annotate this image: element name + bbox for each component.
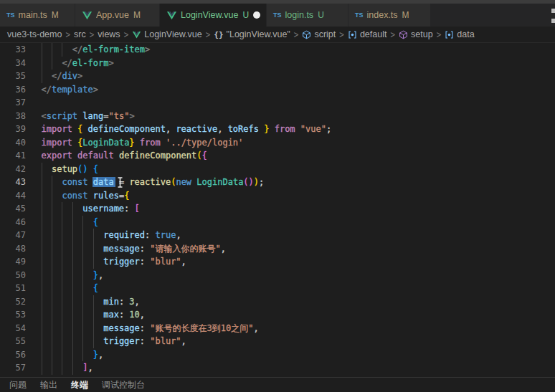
code-line-41[interactable]: 41export default defineComponent({ (0, 149, 555, 163)
code-text: trigger: "blur", (42, 335, 186, 348)
line-number[interactable]: 43 (0, 176, 26, 189)
breadcrumb-item-script[interactable]: script (302, 29, 336, 39)
code-line-54[interactable]: 54 message: "账号的长度在3到10之间", (0, 322, 555, 335)
code-line-49[interactable]: 49 trigger: "blur", (0, 255, 555, 269)
code-text: export default defineComponent({ (42, 149, 207, 163)
line-number[interactable]: 47 (0, 229, 26, 242)
code-line-56[interactable]: 56 }, (0, 348, 555, 362)
code-text: const data = reactive(new LoginData()); (42, 176, 265, 189)
code-text: max: 10, (42, 308, 146, 322)
code-line-40[interactable]: 40import {LoginData} from '../type/login… (0, 136, 555, 150)
line-number[interactable]: 53 (0, 308, 26, 322)
line-number[interactable]: 56 (0, 348, 26, 362)
code-text: }, (42, 348, 104, 362)
line-number[interactable]: 40 (0, 136, 26, 150)
breadcrumb-item-views[interactable]: views (98, 29, 120, 39)
breadcrumb-item-src[interactable]: src (74, 29, 86, 39)
code-text: min: 3, (42, 295, 140, 309)
breadcrumb-label: default (360, 29, 387, 39)
git-badge: M (52, 10, 59, 20)
panel-tab-终端[interactable]: 终端 (71, 379, 88, 391)
code-line-57[interactable]: 57 ], (0, 361, 555, 375)
breadcrumb-item-setup[interactable]: setup (399, 29, 433, 39)
line-number[interactable]: 36 (0, 83, 26, 97)
code-line-38[interactable]: 38<script lang="ts"> (0, 110, 555, 123)
line-number[interactable]: 41 (0, 149, 26, 163)
code-line-46[interactable]: 46 { (0, 216, 555, 229)
code-text: username: [ (42, 202, 140, 216)
code-line-50[interactable]: 50 }, (0, 269, 555, 282)
code-line-33[interactable]: 33 </el-form-item> (0, 43, 555, 57)
line-number[interactable]: 51 (0, 282, 26, 295)
line-number[interactable]: 55 (0, 335, 26, 348)
breadcrumb-item-LoginViewvue[interactable]: {}"LoginView.vue" (214, 29, 290, 39)
code-line-44[interactable]: 44 const rules={ (0, 189, 555, 203)
code-line-53[interactable]: 53 max: 10, (0, 308, 555, 322)
line-number[interactable]: 46 (0, 216, 26, 229)
code-text: ], (42, 361, 93, 375)
panel-tab-调试控制台[interactable]: 调试控制台 (102, 379, 145, 391)
vue-icon (166, 10, 177, 21)
line-number[interactable]: 42 (0, 163, 26, 176)
code-line-43[interactable]: 43 const data = reactive(new LoginData()… (0, 176, 555, 189)
line-number[interactable]: 33 (0, 43, 26, 57)
code-line-52[interactable]: 52 min: 3, (0, 295, 555, 309)
tab-login.ts[interactable]: TSlogin.tsU (267, 4, 348, 27)
panel-tab-问题[interactable]: 问题 (9, 379, 27, 391)
git-badge: M (402, 10, 409, 20)
editor-action-icon-cut[interactable] (551, 9, 555, 13)
line-number[interactable]: 50 (0, 269, 26, 282)
breadcrumb-label: "LoginView.vue" (227, 29, 290, 39)
git-badge: U (318, 10, 324, 20)
line-number[interactable]: 48 (0, 242, 26, 256)
breadcrumb-item-vue3tsdemo[interactable]: vue3-ts-demo (7, 29, 62, 39)
dirty-dot-icon[interactable] (253, 11, 260, 19)
tab-App.vue[interactable]: App.vueM (75, 4, 160, 27)
tab-LoginView.vue[interactable]: LoginView.vueU (160, 4, 267, 27)
breadcrumb-item-default[interactable]: default (348, 29, 387, 39)
code-text: { (42, 282, 98, 295)
code-line-42[interactable]: 42 setup() { (0, 163, 555, 176)
panel-tab-输出[interactable]: 输出 (40, 379, 57, 391)
breadcrumb-separator: > (86, 29, 98, 40)
line-number[interactable]: 38 (0, 110, 26, 123)
breadcrumb: vue3-ts-demo>src>views>LoginView.vue>{}"… (0, 27, 555, 43)
line-number[interactable]: 35 (0, 70, 26, 83)
typescript-icon: TS (355, 11, 364, 19)
tab-label: App.vue (96, 10, 129, 20)
tab-main.ts[interactable]: TSmain.tsM (0, 4, 75, 27)
code-line-35[interactable]: 35 </div> (0, 70, 555, 83)
line-number[interactable]: 52 (0, 295, 26, 309)
code-text: message: "请输入你的账号", (42, 242, 226, 256)
braces-icon: {} (214, 30, 223, 39)
code-line-39[interactable]: 39import { defineComponent, reactive, to… (0, 123, 555, 136)
code-line-55[interactable]: 55 trigger: "blur", (0, 335, 555, 348)
line-number[interactable]: 49 (0, 255, 26, 269)
code-line-37[interactable]: 37 (0, 96, 555, 110)
code-line-51[interactable]: 51 { (0, 282, 555, 295)
code-line-34[interactable]: 34 </el-form> (0, 57, 555, 70)
code-text: { (42, 216, 98, 229)
line-number[interactable]: 34 (0, 57, 26, 70)
code-line-45[interactable]: 45 username: [ (0, 202, 555, 216)
line-number[interactable]: 45 (0, 202, 26, 216)
breadcrumb-item-LoginViewvue[interactable]: LoginView.vue (132, 29, 201, 39)
line-number[interactable]: 37 (0, 96, 26, 110)
tab-index.ts[interactable]: TSindex.tsM (348, 4, 431, 27)
breadcrumb-item-data[interactable]: data (445, 29, 474, 39)
line-number[interactable]: 39 (0, 123, 26, 136)
code-text: </div> (42, 70, 83, 83)
editor-action-icon-cut2[interactable] (551, 19, 555, 23)
code-line-36[interactable]: 36</template> (0, 83, 555, 97)
code-text: import { defineComponent, reactive, toRe… (42, 123, 332, 136)
line-number[interactable]: 54 (0, 322, 26, 335)
code-line-48[interactable]: 48 message: "请输入你的账号", (0, 242, 555, 256)
code-text: import {LoginData} from '../type/login' (42, 136, 244, 150)
code-editor[interactable]: 33 </el-form-item>34 </el-form>35 </div>… (0, 43, 555, 377)
code-line-47[interactable]: 47 required: true, (0, 229, 555, 242)
code-text: setup() { (42, 163, 99, 176)
git-badge: M (133, 10, 141, 20)
line-number[interactable]: 44 (0, 189, 26, 203)
git-badge: U (242, 10, 249, 20)
line-number[interactable]: 57 (0, 361, 26, 375)
